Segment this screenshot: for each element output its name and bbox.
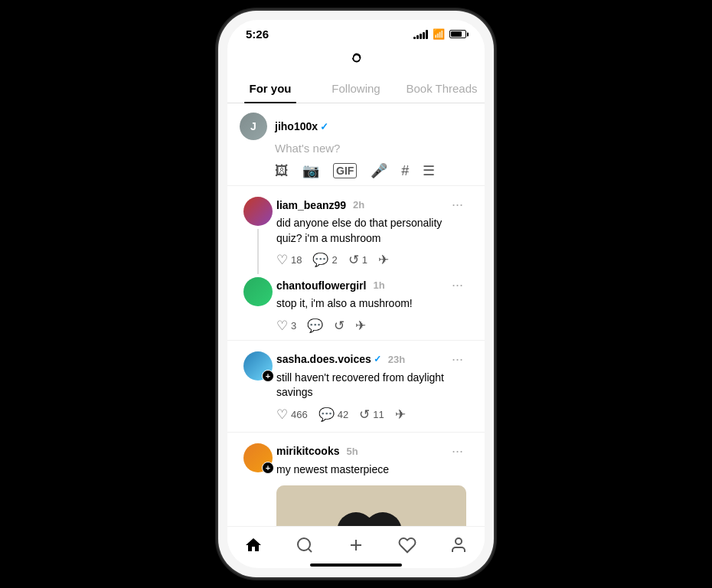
post-2-comment[interactable]: 💬: [307, 318, 323, 334]
post-3-share[interactable]: ✈: [395, 407, 406, 423]
tab-book-threads[interactable]: Book Threads: [399, 74, 485, 103]
post-3-username: sasha.does.voices ✓ 23h: [276, 353, 405, 365]
post-4-username: mirikitcooks 5h: [276, 445, 358, 457]
svg-point-1: [298, 538, 310, 550]
post-4: + mirikitcooks 5h ··· my newest masterpi…: [227, 433, 485, 526]
post-4-content: mirikitcooks 5h ··· my newest masterpiec…: [276, 443, 472, 526]
compose-mic-icon[interactable]: 🎤: [371, 162, 387, 179]
post-1-more[interactable]: ···: [449, 197, 466, 213]
post-3-plus-badge: +: [262, 370, 274, 382]
phone-frame: 5:26 📶: [218, 11, 494, 577]
post-2-text: stop it, i'm also a mushroom!: [276, 296, 466, 312]
post-1-comment[interactable]: 💬 2: [312, 252, 337, 268]
compose-menu-icon[interactable]: ☰: [423, 162, 435, 179]
share-icon: ✈: [378, 252, 389, 268]
post-1-text: did anyone else do that personality quiz…: [276, 216, 466, 246]
compose-image-icon[interactable]: 🖼: [275, 163, 289, 179]
phone-screen: 5:26 📶: [227, 20, 485, 568]
nav-profile[interactable]: [449, 536, 468, 554]
status-icons: 📶: [413, 28, 466, 40]
post-1-username: liam_beanz99 2h: [276, 199, 364, 211]
post-2-share[interactable]: ✈: [355, 318, 366, 334]
tabs-bar: For you Following Book Threads: [227, 74, 485, 103]
post-4-text: my newest masterpiece: [276, 462, 466, 478]
post-1-container: liam_beanz99 2h ··· did anyone else do t…: [240, 197, 472, 274]
post-2-username: chantouflowergirl 1h: [276, 279, 385, 292]
status-bar: 5:26 📶: [227, 20, 485, 44]
post-1-repost[interactable]: ↺ 1: [348, 252, 367, 268]
compose-actions: 🖼 📷 GIF 🎤 # ☰: [240, 162, 472, 179]
wifi-icon: 📶: [433, 28, 445, 40]
nav-likes[interactable]: [398, 536, 416, 554]
heart-icon-3: ♡: [276, 407, 288, 423]
verified-badge-3: ✓: [374, 354, 381, 364]
post-2-repost[interactable]: ↺: [334, 318, 345, 334]
bottom-nav: [227, 526, 485, 560]
comment-icon-2: 💬: [307, 318, 323, 334]
repost-icon-2: ↺: [334, 318, 345, 334]
home-indicator: [310, 564, 402, 567]
feed: J jiho100x ✓ What's new? 🖼 📷 GIF 🎤: [227, 103, 485, 526]
post-1-avatar: [243, 197, 273, 226]
compose-area: J jiho100x ✓ What's new? 🖼 📷 GIF 🎤: [227, 103, 485, 186]
compose-hashtag-icon[interactable]: #: [401, 163, 409, 179]
post-2-like[interactable]: ♡ 3: [276, 318, 296, 334]
nav-home[interactable]: [244, 536, 263, 554]
heart-icon-2: ♡: [276, 318, 288, 334]
post-3-text: still haven't recovered from daylight sa…: [276, 371, 466, 400]
compose-username: jiho100x ✓: [275, 120, 472, 132]
comment-icon-3: 💬: [318, 407, 335, 423]
compose-avatar: J: [240, 113, 267, 140]
post-3-comment[interactable]: 💬 42: [318, 407, 348, 423]
battery-icon: [449, 30, 466, 38]
post-thread-group: liam_beanz99 2h ··· did anyone else do t…: [227, 186, 485, 341]
tab-following[interactable]: Following: [313, 74, 399, 103]
post-3-more[interactable]: ···: [449, 351, 466, 368]
svg-line-2: [308, 549, 311, 552]
post-1-share[interactable]: ✈: [378, 252, 389, 268]
repost-icon-3: ↺: [359, 407, 370, 423]
post-3-like[interactable]: ♡ 466: [276, 407, 308, 423]
heart-icon: ♡: [276, 252, 288, 268]
app-header: For you Following Book Threads: [227, 44, 485, 103]
repost-icon: ↺: [348, 252, 359, 268]
share-icon-2: ✈: [355, 318, 366, 334]
post-1-content: liam_beanz99 2h ··· did anyone else do t…: [276, 197, 472, 274]
post-4-image: [276, 485, 466, 526]
post-2-more[interactable]: ···: [449, 277, 466, 293]
compose-placeholder[interactable]: What's new?: [240, 142, 472, 155]
nav-compose[interactable]: [347, 536, 365, 554]
compose-gif-icon[interactable]: GIF: [333, 163, 357, 178]
compose-camera-icon[interactable]: 📷: [302, 162, 319, 179]
post-1-like[interactable]: ♡ 18: [276, 252, 302, 268]
post-2-avatar: [243, 277, 273, 306]
threads-logo: [344, 47, 368, 71]
comment-icon: 💬: [312, 252, 328, 268]
post-3-repost[interactable]: ↺ 11: [359, 407, 384, 423]
svg-point-5: [456, 538, 462, 544]
status-time: 5:26: [246, 28, 269, 41]
share-icon-3: ✈: [395, 407, 406, 423]
post-2-container: chantouflowergirl 1h ··· stop it, i'm al…: [240, 277, 472, 340]
post-3: + sasha.does.voices ✓ 23h ··· still: [227, 341, 485, 433]
signal-icon: [413, 30, 428, 39]
tab-for-you[interactable]: For you: [227, 74, 313, 103]
nav-search[interactable]: [296, 536, 314, 554]
post-3-content: sasha.does.voices ✓ 23h ··· still haven'…: [276, 351, 472, 429]
post-4-plus-badge: +: [262, 462, 274, 474]
post-4-more[interactable]: ···: [449, 443, 466, 459]
svg-point-0: [359, 57, 361, 58]
post-2-content: chantouflowergirl 1h ··· stop it, i'm al…: [276, 277, 472, 340]
